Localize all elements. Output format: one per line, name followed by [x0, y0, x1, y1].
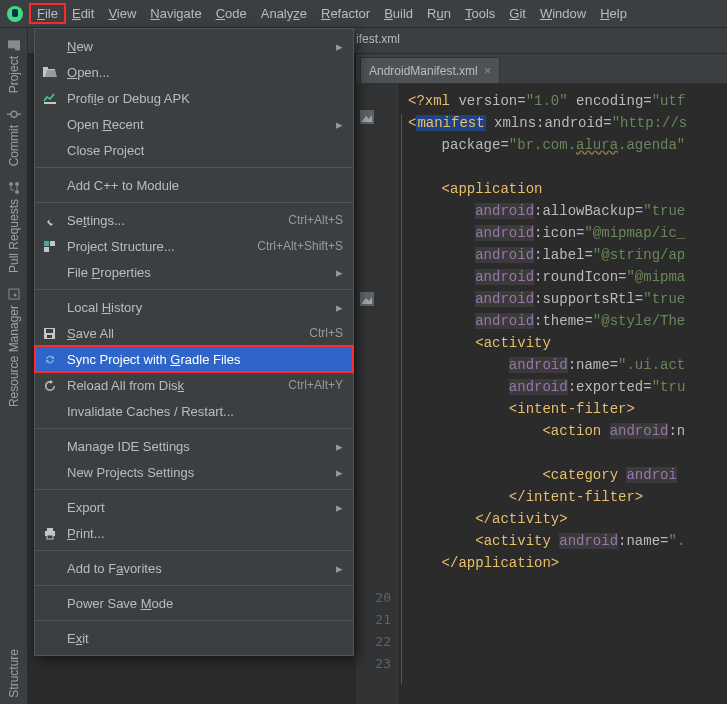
toolwindow-commit[interactable]: Commit — [7, 101, 21, 172]
toolwindow-pull-requests[interactable]: Pull Requests — [7, 175, 21, 279]
svg-rect-23 — [47, 528, 53, 531]
menu-item-add-c-to-module[interactable]: Add C++ to Module — [35, 172, 353, 198]
editor-tab-manifest[interactable]: AndroidManifest.xml × — [360, 57, 500, 83]
menu-tools[interactable]: Tools — [458, 4, 502, 23]
menu-item-close-project[interactable]: Close Project — [35, 137, 353, 163]
menu-item-local-history[interactable]: Local History▸ — [35, 294, 353, 320]
menu-item-reload-all-from-disk[interactable]: Reload All from DiskCtrl+Alt+Y — [35, 372, 353, 398]
svg-rect-1 — [12, 9, 18, 17]
toolwindow-resource-manager[interactable]: Resource Manager — [7, 281, 21, 413]
gutter-image-icon[interactable] — [358, 288, 376, 310]
android-studio-logo-icon — [6, 5, 24, 23]
svg-rect-15 — [44, 102, 56, 104]
blank-icon — [41, 115, 59, 133]
svg-rect-13 — [43, 67, 48, 70]
toolwindow-structure[interactable]: Structure — [7, 643, 21, 704]
menu-item-label: Manage IDE Settings — [67, 439, 330, 454]
svg-rect-10 — [9, 289, 19, 299]
blank-icon — [41, 594, 59, 612]
menu-separator — [35, 620, 353, 621]
svg-point-11 — [13, 293, 16, 296]
svg-rect-21 — [47, 335, 52, 338]
menu-item-label: Power Save Mode — [67, 596, 343, 611]
sync-icon — [41, 350, 59, 368]
blank-icon — [41, 559, 59, 577]
menu-item-invalidate-caches-restart[interactable]: Invalidate Caches / Restart... — [35, 398, 353, 424]
menu-separator — [35, 428, 353, 429]
menu-run[interactable]: Run — [420, 4, 458, 23]
menu-item-manage-ide-settings[interactable]: Manage IDE Settings▸ — [35, 433, 353, 459]
fold-guide — [401, 114, 402, 684]
menu-item-print[interactable]: Print... — [35, 520, 353, 546]
menu-item-open[interactable]: Open... — [35, 59, 353, 85]
menu-item-file-properties[interactable]: File Properties▸ — [35, 259, 353, 285]
menu-item-sync-project-with-gradle-files[interactable]: Sync Project with Gradle Files — [35, 346, 353, 372]
menu-file[interactable]: File — [30, 4, 65, 23]
menu-item-label: Local History — [67, 300, 330, 315]
menu-item-new-projects-settings[interactable]: New Projects Settings▸ — [35, 459, 353, 485]
menu-item-label: Invalidate Caches / Restart... — [67, 404, 343, 419]
menu-git[interactable]: Git — [502, 4, 533, 23]
shortcut-label: Ctrl+Alt+S — [288, 213, 343, 227]
menu-item-open-recent[interactable]: Open Recent▸ — [35, 111, 353, 137]
svg-point-7 — [15, 190, 19, 194]
menu-code[interactable]: Code — [209, 4, 254, 23]
blank-icon — [41, 437, 59, 455]
menu-item-save-all[interactable]: Save AllCtrl+S — [35, 320, 353, 346]
menu-analyze[interactable]: Analyze — [254, 4, 314, 23]
menu-window[interactable]: Window — [533, 4, 593, 23]
menu-edit[interactable]: Edit — [65, 4, 101, 23]
submenu-arrow-icon: ▸ — [336, 117, 343, 132]
gutter-image-icon[interactable] — [358, 106, 376, 128]
menu-build[interactable]: Build — [377, 4, 420, 23]
menu-view[interactable]: View — [101, 4, 143, 23]
svg-marker-14 — [45, 70, 57, 77]
close-icon[interactable]: × — [484, 63, 492, 78]
blank-icon — [41, 176, 59, 194]
blank-icon — [41, 263, 59, 281]
menu-item-settings[interactable]: Settings...Ctrl+Alt+S — [35, 207, 353, 233]
svg-point-9 — [9, 182, 13, 186]
resource-icon — [7, 287, 21, 301]
menu-separator — [35, 289, 353, 290]
menu-item-export[interactable]: Export▸ — [35, 494, 353, 520]
tab-title: AndroidManifest.xml — [369, 64, 478, 78]
menu-item-profile-or-debug-apk[interactable]: Profile or Debug APK — [35, 85, 353, 111]
shortcut-label: Ctrl+Alt+Shift+S — [257, 239, 343, 253]
blank-icon — [41, 402, 59, 420]
menu-item-label: Settings... — [67, 213, 288, 228]
svg-rect-2 — [8, 40, 20, 48]
menu-separator — [35, 489, 353, 490]
left-toolwindow-stripe: Project Commit Pull Requests Resource Ma… — [0, 28, 28, 704]
menu-item-power-save-mode[interactable]: Power Save Mode — [35, 590, 353, 616]
menu-navigate[interactable]: Navigate — [143, 4, 208, 23]
toolwindow-project[interactable]: Project — [7, 32, 21, 99]
blank-icon — [41, 629, 59, 647]
save-icon — [41, 324, 59, 342]
submenu-arrow-icon: ▸ — [336, 500, 343, 515]
menu-item-label: New Projects Settings — [67, 465, 330, 480]
menu-item-project-structure[interactable]: Project Structure...Ctrl+Alt+Shift+S — [35, 233, 353, 259]
menu-item-label: Profile or Debug APK — [67, 91, 343, 106]
svg-rect-3 — [15, 47, 20, 50]
blank-icon — [41, 298, 59, 316]
blank-icon — [41, 37, 59, 55]
menu-item-label: Add to Favorites — [67, 561, 330, 576]
svg-rect-24 — [47, 535, 53, 539]
menu-help[interactable]: Help — [593, 4, 634, 23]
menu-item-new[interactable]: New▸ — [35, 33, 353, 59]
menu-item-label: Print... — [67, 526, 343, 541]
menu-refactor[interactable]: Refactor — [314, 4, 377, 23]
code-editor[interactable]: <?xml version="1.0" encoding="utf <manif… — [398, 84, 727, 704]
shortcut-label: Ctrl+S — [309, 326, 343, 340]
profile-icon — [41, 89, 59, 107]
menubar: FileEditViewNavigateCodeAnalyzeRefactorB… — [0, 0, 727, 28]
menu-item-label: Export — [67, 500, 330, 515]
menu-item-label: New — [67, 39, 330, 54]
svg-point-4 — [11, 111, 17, 117]
menu-item-label: Save All — [67, 326, 309, 341]
menu-item-add-to-favorites[interactable]: Add to Favorites▸ — [35, 555, 353, 581]
submenu-arrow-icon: ▸ — [336, 39, 343, 54]
file-menu-dropdown: New▸Open...Profile or Debug APKOpen Rece… — [34, 28, 354, 656]
menu-item-exit[interactable]: Exit — [35, 625, 353, 651]
